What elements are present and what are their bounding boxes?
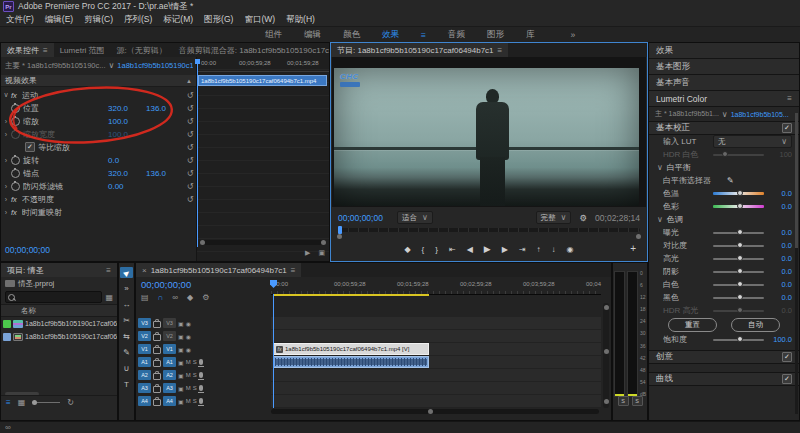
project-breadcrumb[interactable]: 情圣.prproj bbox=[1, 277, 117, 290]
effect-row-opacity[interactable]: › fx 不透明度 ↺ bbox=[1, 193, 196, 205]
twirl-icon[interactable]: › bbox=[1, 196, 11, 203]
menu-clip[interactable]: 剪辑(C) bbox=[84, 14, 113, 26]
source-patch-v3[interactable]: V3 bbox=[138, 318, 151, 328]
reset-icon[interactable]: ↺ bbox=[184, 156, 196, 165]
zoom-handle-right[interactable] bbox=[636, 234, 641, 239]
lock-icon[interactable] bbox=[153, 347, 161, 354]
target-track-a3[interactable]: A3 bbox=[163, 383, 176, 393]
menu-window[interactable]: 窗口(W) bbox=[244, 14, 275, 26]
target-track-v1[interactable]: V1 bbox=[163, 344, 176, 354]
list-view-button[interactable]: ≡ bbox=[6, 398, 11, 407]
panel-header-effects[interactable]: 效果 bbox=[649, 43, 799, 59]
tab-sequence[interactable]: × 1a8b1cf9b5b105190c17caf06494b7c1 ≡ bbox=[136, 263, 301, 277]
temperature-slider[interactable] bbox=[713, 192, 764, 195]
step-forward-button[interactable]: ▶ bbox=[502, 245, 508, 254]
collapse-icon[interactable]: ▲ bbox=[186, 78, 192, 84]
blacks-slider[interactable] bbox=[713, 297, 764, 299]
solo-button[interactable]: S bbox=[193, 398, 197, 404]
workspace-audio[interactable]: 音频 bbox=[448, 29, 465, 41]
zoom-handle-left[interactable] bbox=[337, 234, 342, 239]
thumbnail-zoom-slider[interactable] bbox=[32, 402, 60, 403]
scale-value[interactable]: 100.0 bbox=[108, 117, 146, 126]
target-track-a2[interactable]: A2 bbox=[163, 370, 176, 380]
track-v1-lane[interactable]: fx 1a8b1cf9b5b105190c17caf06494b7c1.mp4 … bbox=[271, 343, 601, 356]
source-patch-a2[interactable]: A2 bbox=[138, 370, 151, 380]
timeline-settings-wrench-icon[interactable]: ⚙ bbox=[202, 293, 209, 302]
sync-lock-icon[interactable]: ▣ bbox=[178, 320, 184, 327]
workspace-color[interactable]: 颜色 bbox=[343, 29, 360, 41]
menu-graphics[interactable]: 图形(G) bbox=[204, 14, 233, 26]
workspace-assembly[interactable]: 组件 bbox=[265, 29, 282, 41]
sync-lock-icon[interactable]: ▣ bbox=[178, 385, 184, 392]
solo-button[interactable]: S bbox=[193, 359, 197, 365]
uniform-scale-row[interactable]: 等比缩放 ↺ bbox=[1, 141, 196, 153]
stopwatch-icon[interactable] bbox=[11, 169, 20, 178]
go-to-out-button[interactable]: ⇥ bbox=[519, 245, 526, 254]
panel-header-essential-graphics[interactable]: 基本图形 bbox=[649, 59, 799, 75]
twirl-icon[interactable]: › bbox=[1, 209, 11, 216]
zoom-level-select[interactable]: 适合 ∨ bbox=[397, 211, 433, 224]
mini-timeline-ruler[interactable]: 00:00 00;00;59;28 00;01;59;28 bbox=[197, 59, 329, 72]
shadows-slider[interactable] bbox=[713, 271, 764, 273]
fx-icon[interactable]: fx bbox=[11, 208, 22, 217]
label-color-chip[interactable] bbox=[3, 333, 11, 341]
mark-in-button[interactable]: { bbox=[422, 245, 425, 254]
mini-timeline-scrollbar[interactable] bbox=[200, 240, 326, 245]
tab-lumetri-scopes[interactable]: Lumetri 范围 bbox=[54, 43, 111, 57]
solo-left-button[interactable]: S bbox=[618, 396, 629, 406]
solo-right-button[interactable]: S bbox=[632, 396, 643, 406]
lock-icon[interactable] bbox=[153, 373, 161, 380]
saturation-slider[interactable] bbox=[713, 339, 764, 341]
twirl-icon[interactable]: › bbox=[1, 157, 11, 164]
exposure-value[interactable]: 0.0 bbox=[768, 228, 792, 237]
linked-selection-icon[interactable]: ∞ bbox=[172, 293, 178, 302]
source-patch-a3[interactable]: A3 bbox=[138, 383, 151, 393]
solo-button[interactable]: S bbox=[193, 372, 197, 378]
lock-icon[interactable] bbox=[153, 321, 161, 328]
video-clip[interactable]: fx 1a8b1cf9b5b105190c17caf06494b7c1.mp4 … bbox=[273, 343, 429, 355]
icon-view-button[interactable]: ▦ bbox=[18, 398, 26, 407]
menu-help[interactable]: 帮助(H) bbox=[286, 14, 315, 26]
panel-menu-icon[interactable]: ≡ bbox=[291, 266, 296, 275]
program-playhead[interactable] bbox=[338, 226, 342, 234]
workspace-libraries[interactable]: 库 bbox=[526, 29, 535, 41]
panel-menu-icon[interactable]: ≡ bbox=[498, 46, 503, 55]
workspace-editing[interactable]: 编辑 bbox=[304, 29, 321, 41]
curves-checkbox[interactable] bbox=[782, 374, 792, 384]
mute-button[interactable]: M bbox=[186, 385, 191, 391]
panel-menu-icon[interactable]: ≡ bbox=[106, 266, 111, 275]
reset-icon[interactable]: ↺ bbox=[184, 91, 196, 100]
track-visibility-eye-icon[interactable]: ◉ bbox=[186, 320, 191, 327]
tab-source-monitor[interactable]: 源:（无剪辑） bbox=[111, 43, 173, 57]
sync-lock-icon[interactable]: ▣ bbox=[178, 398, 184, 405]
lumetri-scrollbar[interactable] bbox=[795, 113, 798, 414]
stopwatch-icon[interactable] bbox=[11, 156, 20, 165]
creative-checkbox[interactable] bbox=[782, 352, 792, 362]
contrast-slider[interactable] bbox=[713, 245, 764, 247]
program-current-timecode[interactable]: 00;00;00;00 bbox=[338, 213, 383, 223]
pen-tool[interactable]: ✎ bbox=[120, 347, 133, 358]
tab-effect-controls[interactable]: 效果控件 ≡ bbox=[1, 43, 54, 57]
voiceover-mic-icon[interactable] bbox=[199, 359, 203, 365]
twirl-icon[interactable]: ∨ bbox=[657, 163, 663, 172]
anchor-y-value[interactable]: 136.0 bbox=[146, 169, 184, 178]
playback-resolution-select[interactable]: 完整 ∨ bbox=[536, 211, 572, 224]
whites-value[interactable]: 0.0 bbox=[768, 280, 792, 289]
creative-section[interactable]: 创意 bbox=[649, 350, 799, 364]
mini-timeline-playhead[interactable] bbox=[197, 59, 198, 247]
input-lut-select[interactable]: 无 ∨ bbox=[713, 135, 792, 148]
stopwatch-icon[interactable] bbox=[11, 182, 20, 191]
effect-controls-timecode[interactable]: 00;00;00;00 bbox=[5, 245, 50, 255]
workspace-graphics[interactable]: 图形 bbox=[487, 29, 504, 41]
razor-tool[interactable]: ✂ bbox=[120, 315, 133, 326]
voiceover-mic-icon[interactable] bbox=[199, 398, 203, 404]
contrast-value[interactable]: 0.0 bbox=[768, 241, 792, 250]
slip-tool[interactable]: ⇆ bbox=[120, 331, 133, 342]
param-row-scale[interactable]: › 缩放 100.0 ↺ bbox=[1, 115, 196, 127]
effect-row-time-remap[interactable]: › fx 时间重映射 bbox=[1, 206, 196, 218]
nest-indicator-icon[interactable]: ▤ bbox=[141, 293, 149, 302]
step-back-button[interactable]: ◀ bbox=[467, 245, 473, 254]
highlights-value[interactable]: 0.0 bbox=[768, 254, 792, 263]
solo-button[interactable]: S bbox=[193, 385, 197, 391]
track-a3-lane[interactable] bbox=[271, 382, 601, 395]
